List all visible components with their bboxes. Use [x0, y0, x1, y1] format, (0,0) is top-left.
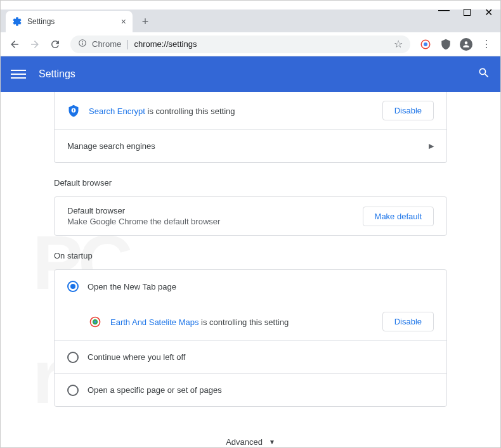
reload-button[interactable] — [46, 35, 64, 53]
extension-icon-2[interactable] — [437, 35, 455, 53]
url-text: chrome://settings — [134, 39, 389, 49]
startup-option-newtab[interactable]: Open the New Tab page — [55, 270, 446, 303]
profile-avatar[interactable] — [457, 35, 475, 53]
radio-checked[interactable] — [67, 281, 79, 292]
svg-point-1 — [424, 42, 427, 46]
settings-header: Settings — [1, 56, 500, 92]
minimize-button[interactable]: — — [438, 3, 450, 16]
make-default-button[interactable]: Make default — [363, 207, 434, 226]
section-default-browser: Default browser — [54, 178, 447, 188]
bookmark-star-icon[interactable]: ☆ — [394, 38, 403, 50]
globe-icon — [89, 316, 101, 328]
manage-search-engines-row[interactable]: Manage search engines ▶ — [55, 129, 446, 162]
info-icon — [78, 39, 87, 49]
menu-button[interactable]: ⋮ — [478, 35, 495, 53]
maximize-button[interactable] — [464, 9, 471, 16]
close-window-button[interactable]: ✕ — [485, 6, 493, 18]
forward-button[interactable] — [26, 35, 44, 53]
tab-settings[interactable]: Settings × — [6, 11, 133, 32]
search-icon[interactable] — [478, 67, 490, 82]
startup-option-specific[interactable]: Open a specific page or set of pages — [55, 373, 446, 406]
radio-unchecked[interactable] — [67, 385, 79, 396]
gear-icon — [12, 16, 22, 27]
close-tab-icon[interactable]: × — [121, 16, 126, 27]
search-engine-notice-row: Search Encrypt is controlling this setti… — [55, 92, 446, 129]
disable-button[interactable]: Disable — [382, 101, 434, 120]
svg-rect-3 — [73, 110, 74, 112]
chevron-down-icon: ▼ — [269, 438, 275, 445]
default-browser-row: Default browser Make Google Chrome the d… — [55, 197, 446, 235]
extension-link[interactable]: Earth And Satelite Maps — [110, 317, 198, 327]
svg-point-7 — [94, 321, 96, 323]
advanced-toggle[interactable]: Advanced ▼ — [54, 422, 447, 447]
page-title: Settings — [39, 68, 478, 80]
chevron-right-icon: ▶ — [429, 142, 434, 150]
tab-strip: Settings × + — [1, 10, 500, 32]
section-on-startup: On startup — [54, 251, 447, 260]
shield-icon — [67, 105, 80, 117]
disable-button[interactable]: Disable — [382, 312, 434, 331]
tab-title: Settings — [27, 17, 116, 26]
address-bar[interactable]: Chrome | chrome://settings ☆ — [70, 35, 410, 53]
startup-extension-notice: Earth And Satelite Maps is controlling t… — [55, 303, 446, 340]
new-tab-button[interactable]: + — [136, 13, 154, 30]
extension-icon-1[interactable] — [417, 35, 434, 53]
back-button[interactable] — [6, 35, 23, 53]
hamburger-icon[interactable] — [11, 70, 26, 79]
toolbar: Chrome | chrome://settings ☆ ⋮ — [1, 32, 500, 56]
startup-option-continue[interactable]: Continue where you left off — [55, 340, 446, 373]
svg-point-4 — [73, 108, 74, 110]
url-scheme: Chrome — [92, 39, 121, 49]
extension-link[interactable]: Search Encrypt — [89, 106, 145, 116]
radio-unchecked[interactable] — [67, 352, 79, 363]
